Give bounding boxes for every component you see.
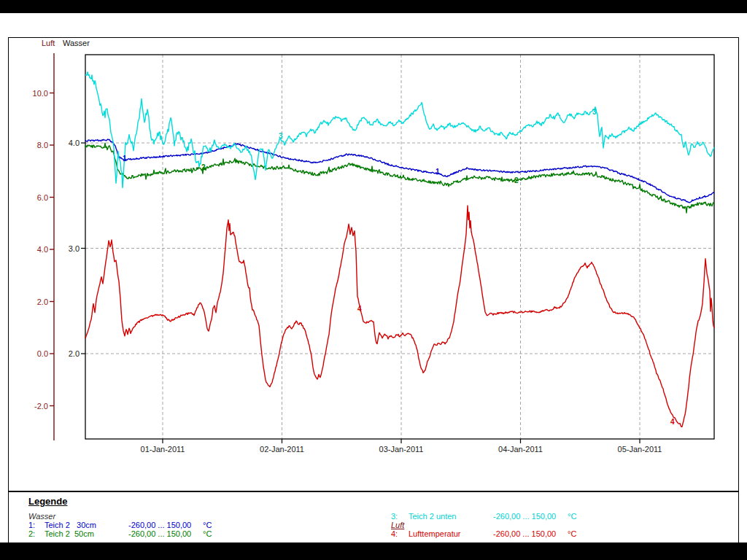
letterbox-top: [0, 0, 747, 13]
legend-channel-number: 2:: [28, 529, 35, 538]
chart-plot-area[interactable]: [85, 55, 714, 439]
legend-row-channel-3: 3: Teich 2 unten -260,00 ... 150,00 °C: [391, 512, 610, 521]
legend-channel-unit: °C: [203, 521, 212, 529]
legend-channel-unit: °C: [568, 512, 576, 521]
legend-channel-number: 4:: [391, 529, 398, 538]
letterbox-bottom: [0, 542, 747, 560]
legend-row-channel-4: 4: Lufttemperatur -260,00 ... 150,00 °C: [391, 529, 610, 538]
legend-title: Legende: [28, 496, 67, 507]
legend-channel-name: Teich 2 unten: [409, 512, 456, 521]
legend-channel-name: Lufttemperatur: [409, 529, 461, 538]
legend-channel-unit: °C: [568, 529, 576, 538]
legend-channel-range: -260,00 ... 150,00: [493, 512, 556, 521]
legend-channel-name: Teich 2 30cm: [44, 521, 96, 529]
legend-channel-unit: °C: [203, 529, 212, 538]
legend-row-channel-2: 2: Teich 2 50cm -260,00 ... 150,00 °C: [28, 529, 247, 538]
legend-group-wasser-heading: Wasser: [28, 512, 55, 521]
legend-channel-number: 3:: [391, 512, 398, 521]
legend-channel-range: -260,00 ... 150,00: [493, 529, 556, 538]
legend-channel-range: -260,00 ... 150,00: [128, 521, 191, 529]
legend-row-channel-1: 1: Teich 2 30cm -260,00 ... 150,00 °C: [28, 521, 247, 529]
legend-channel-number: 1:: [28, 521, 35, 529]
legend-channel-range: -260,00 ... 150,00: [128, 529, 191, 538]
legend-panel: Legende Wasser 1: Teich 2 30cm -260,00 .…: [8, 491, 739, 544]
legend-channel-name: Teich 2 50cm: [44, 529, 94, 538]
legend-group-luft-heading: Luft: [391, 521, 404, 529]
